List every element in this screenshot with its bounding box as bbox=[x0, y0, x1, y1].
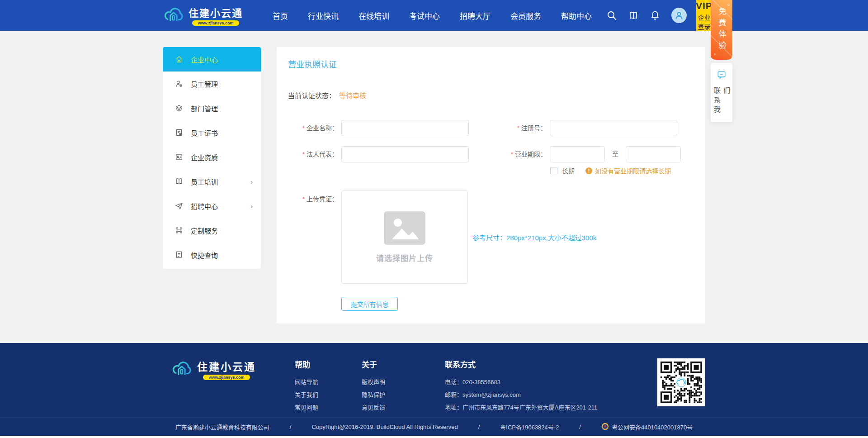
status-value: 等待审核 bbox=[339, 92, 366, 100]
contact-row: 邮箱：system@zjiansys.com bbox=[445, 389, 639, 401]
contact-us-widget[interactable]: 联系我们 bbox=[711, 63, 732, 122]
cloud-house-logo-icon bbox=[163, 5, 184, 26]
training-book-icon bbox=[175, 177, 184, 186]
contact-row: 地址：广州市东风东路774号广东外贸大厦A座东区201-211 bbox=[445, 401, 639, 414]
nav-link[interactable]: 行业快讯 bbox=[308, 10, 339, 21]
nav-link[interactable]: 招聘大厅 bbox=[460, 10, 491, 21]
certificate-icon bbox=[175, 128, 184, 137]
footer-link[interactable]: 网站导航 bbox=[295, 376, 362, 389]
image-placeholder-icon bbox=[384, 211, 425, 245]
upload-size-hint: 参考尺寸：280px*210px,大小不超过300k bbox=[472, 233, 596, 242]
contact-us-label: 联系我们 bbox=[712, 87, 731, 122]
layers-icon bbox=[175, 104, 184, 113]
long-term-label: 长期 bbox=[562, 166, 575, 175]
site-logo-text: 住建小云通 bbox=[189, 5, 243, 19]
nav-link[interactable]: 考试中心 bbox=[409, 10, 440, 21]
company-name-input[interactable] bbox=[341, 120, 469, 136]
sidebar-item[interactable]: 员工证书 › bbox=[163, 120, 261, 145]
copyright-company: 广东省瀚建小云通教育科技有限公司 bbox=[175, 423, 269, 431]
copyright-icp: 粤ICP备19063824号-2 bbox=[500, 423, 559, 431]
long-term-warning-text: 如没有营业期限请选择长期 bbox=[595, 166, 671, 175]
sidebar-menu: 企业中心 › 员工管理 › 部门管理 › 员工证书 › bbox=[163, 47, 261, 269]
copyright-separator: / bbox=[478, 424, 480, 430]
main-nav-links: 首页行业快讯在线培训考试中心招聘大厅会员服务帮助中心 bbox=[273, 10, 592, 21]
long-term-checkbox[interactable] bbox=[550, 167, 557, 174]
register-no-input[interactable] bbox=[550, 120, 677, 136]
book-icon[interactable] bbox=[628, 10, 639, 21]
status-label: 当前认证状态： bbox=[288, 92, 335, 100]
bottom-strip bbox=[0, 436, 868, 438]
chevron-right-icon: › bbox=[250, 202, 253, 210]
search-icon[interactable] bbox=[606, 10, 617, 21]
sidebar-item[interactable]: 员工管理 › bbox=[163, 71, 261, 96]
footer-contact-rows: 电话：020-38556683 邮箱：system@zjiansys.com 地… bbox=[445, 376, 639, 414]
business-term-label: 营业期限： bbox=[469, 146, 547, 162]
chevron-right-icon: › bbox=[250, 178, 253, 186]
company-name-label: 企业名称： bbox=[288, 120, 338, 136]
chat-bubble-icon bbox=[717, 70, 726, 81]
footer-link[interactable]: 意见反馈 bbox=[362, 401, 445, 414]
copyright-rights: CopyRight@2016-2019. BuildCloud All Righ… bbox=[311, 424, 458, 430]
sidebar-item[interactable]: 企业中心 › bbox=[163, 47, 261, 71]
sidebar-item[interactable]: 招聘中心 › bbox=[163, 194, 261, 218]
sidebar-item[interactable]: 定制服务 › bbox=[163, 218, 261, 243]
free-trial-label: 免费体验 bbox=[716, 7, 727, 52]
sidebar-item[interactable]: 部门管理 › bbox=[163, 96, 261, 120]
top-navbar: 住建小云通 www.zjiansys.com 首页行业快讯在线培训考试中心招聘大… bbox=[0, 0, 868, 31]
sidebar-item[interactable]: 快捷查询 › bbox=[163, 243, 261, 267]
site-logo[interactable]: 住建小云通 www.zjiansys.com bbox=[163, 5, 243, 26]
footer-link[interactable]: 关于我们 bbox=[295, 389, 362, 401]
sidebar-item[interactable]: 企业资质 › bbox=[163, 145, 261, 169]
police-badge-icon bbox=[601, 423, 609, 432]
upload-voucher-label: 上传凭证： bbox=[288, 190, 338, 284]
nav-link[interactable]: 在线培训 bbox=[359, 10, 389, 21]
term-to-label: 至 bbox=[612, 146, 618, 162]
footer-about-links: 版权声明隐私保护意见反馈 bbox=[362, 376, 445, 414]
image-upload-dropzone[interactable]: 请选择图片上传 bbox=[341, 190, 468, 284]
footer-help-title: 帮助 bbox=[295, 358, 362, 370]
copyright-separator: / bbox=[579, 424, 581, 430]
page-title: 营业执照认证 bbox=[288, 58, 705, 70]
quick-query-icon bbox=[175, 250, 184, 259]
vip-enterprise-login-button[interactable]: VIP 企业登录 bbox=[696, 0, 712, 31]
vip-sublabel: 企业登录 bbox=[696, 13, 712, 31]
bell-icon[interactable] bbox=[650, 10, 660, 21]
free-trial-banner[interactable]: 免费体验 bbox=[711, 0, 732, 60]
footer-link[interactable]: 常见问题 bbox=[295, 401, 362, 414]
register-no-label: 注册号： bbox=[469, 120, 547, 136]
footer-help-links: 网站导航关于我们常见问题 bbox=[295, 376, 362, 414]
employee-icon bbox=[175, 79, 184, 88]
license-certification-panel: 营业执照认证 当前认证状态：等待审核 企业名称： 注册号： 法人代表： 营业期限… bbox=[277, 47, 705, 324]
nav-link[interactable]: 首页 bbox=[273, 10, 288, 21]
custom-service-icon bbox=[175, 226, 184, 235]
footer-contact-title: 联系方式 bbox=[445, 358, 639, 370]
nav-link[interactable]: 会员服务 bbox=[510, 10, 541, 21]
home-icon bbox=[175, 55, 184, 64]
copyright-bar: 广东省瀚建小云通教育科技有限公司 / CopyRight@2016-2019. … bbox=[0, 418, 868, 436]
footer-link[interactable]: 版权声明 bbox=[362, 376, 445, 389]
copyright-separator: / bbox=[290, 424, 292, 430]
legal-person-input[interactable] bbox=[341, 146, 469, 162]
user-avatar-icon[interactable] bbox=[671, 8, 687, 23]
qualification-icon bbox=[175, 152, 184, 162]
contact-row: 电话：020-38556683 bbox=[445, 376, 639, 389]
footer-link[interactable]: 隐私保护 bbox=[362, 389, 445, 401]
footer-logo-text: 住建小云通 bbox=[197, 358, 256, 374]
cloud-house-logo-icon bbox=[171, 358, 193, 380]
business-term-end-input[interactable] bbox=[626, 146, 681, 162]
business-term-start-input[interactable] bbox=[550, 146, 605, 162]
warning-icon: ! bbox=[585, 167, 592, 174]
sidebar-item[interactable]: 员工培训 › bbox=[163, 169, 261, 194]
vip-label: VIP bbox=[696, 0, 712, 11]
qrcode-image bbox=[657, 358, 705, 406]
upload-placeholder-text: 请选择图片上传 bbox=[376, 252, 433, 263]
legal-person-label: 法人代表： bbox=[288, 146, 338, 162]
footer-about-title: 关于 bbox=[362, 358, 445, 370]
site-logo-url-badge: www.zjiansys.com bbox=[192, 20, 239, 26]
recruit-send-icon bbox=[175, 201, 184, 210]
submit-all-button[interactable]: 提交所有信息 bbox=[341, 297, 398, 311]
site-footer: 住建小云通 www.zjiansys.com 帮助 网站导航关于我们常见问题 关… bbox=[0, 343, 868, 418]
nav-link[interactable]: 帮助中心 bbox=[561, 10, 592, 21]
footer-logo-url-badge: www.zjiansys.com bbox=[203, 375, 250, 380]
copyright-police: 粤公网安备44010402001870号 bbox=[612, 423, 693, 431]
